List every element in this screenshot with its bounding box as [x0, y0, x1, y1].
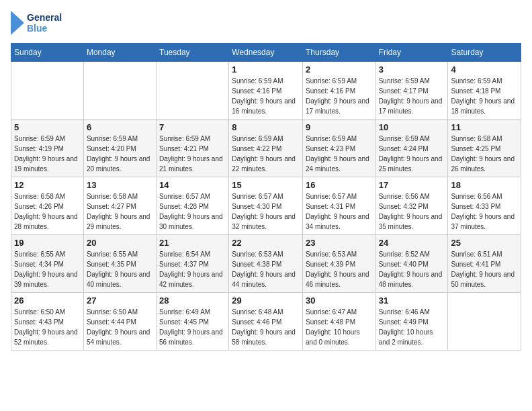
calendar-cell: 22Sunrise: 6:53 AMSunset: 4:38 PMDayligh… — [229, 235, 303, 293]
day-number: 4 — [451, 64, 518, 75]
day-number: 9 — [306, 122, 373, 132]
day-number: 16 — [306, 180, 373, 190]
calendar-cell: 1Sunrise: 6:59 AMSunset: 4:16 PMDaylight… — [229, 62, 303, 120]
logo-general: General — [27, 12, 62, 23]
calendar-cell: 19Sunrise: 6:55 AMSunset: 4:34 PMDayligh… — [11, 235, 84, 293]
day-number: 17 — [379, 180, 445, 190]
weekday-header-friday: Friday — [375, 44, 448, 62]
day-detail: Sunrise: 6:59 AMSunset: 4:19 PMDaylight:… — [14, 134, 81, 174]
calendar-cell: 9Sunrise: 6:59 AMSunset: 4:23 PMDaylight… — [303, 120, 376, 177]
day-detail: Sunrise: 6:49 AMSunset: 4:45 PMDaylight:… — [159, 307, 226, 347]
calendar-cell — [11, 62, 84, 120]
day-number: 27 — [87, 295, 153, 306]
calendar-week-row: 26Sunrise: 6:50 AMSunset: 4:43 PMDayligh… — [11, 293, 521, 351]
logo-blue: Blue — [27, 23, 62, 34]
day-number: 21 — [159, 238, 226, 248]
day-detail: Sunrise: 6:51 AMSunset: 4:41 PMDaylight:… — [451, 249, 518, 289]
day-detail: Sunrise: 6:57 AMSunset: 4:28 PMDaylight:… — [159, 191, 226, 232]
calendar-cell: 2Sunrise: 6:59 AMSunset: 4:16 PMDaylight… — [303, 62, 376, 120]
day-number: 20 — [87, 238, 153, 248]
day-number: 5 — [14, 122, 81, 132]
calendar-cell: 11Sunrise: 6:58 AMSunset: 4:25 PMDayligh… — [448, 120, 521, 177]
calendar-cell: 5Sunrise: 6:59 AMSunset: 4:19 PMDaylight… — [11, 120, 84, 177]
day-detail: Sunrise: 6:50 AMSunset: 4:43 PMDaylight:… — [14, 307, 81, 347]
day-detail: Sunrise: 6:54 AMSunset: 4:37 PMDaylight:… — [159, 249, 226, 289]
calendar-cell: 27Sunrise: 6:50 AMSunset: 4:44 PMDayligh… — [83, 293, 156, 351]
day-detail: Sunrise: 6:57 AMSunset: 4:30 PMDaylight:… — [232, 191, 300, 232]
calendar-week-row: 19Sunrise: 6:55 AMSunset: 4:34 PMDayligh… — [11, 235, 521, 293]
calendar-cell: 4Sunrise: 6:59 AMSunset: 4:18 PMDaylight… — [448, 62, 521, 120]
day-number: 30 — [306, 295, 373, 306]
day-number: 22 — [232, 238, 300, 248]
calendar-cell: 7Sunrise: 6:59 AMSunset: 4:21 PMDaylight… — [157, 120, 229, 177]
day-number: 10 — [379, 122, 445, 132]
day-number: 26 — [14, 295, 81, 306]
day-detail: Sunrise: 6:59 AMSunset: 4:16 PMDaylight:… — [232, 76, 300, 116]
day-detail: Sunrise: 6:59 AMSunset: 4:22 PMDaylight:… — [232, 134, 300, 174]
calendar-week-row: 1Sunrise: 6:59 AMSunset: 4:16 PMDaylight… — [11, 62, 521, 120]
day-number: 3 — [379, 64, 445, 75]
day-detail: Sunrise: 6:55 AMSunset: 4:35 PMDaylight:… — [87, 249, 153, 289]
day-detail: Sunrise: 6:46 AMSunset: 4:49 PMDaylight:… — [379, 307, 445, 347]
day-detail: Sunrise: 6:53 AMSunset: 4:38 PMDaylight:… — [232, 249, 300, 289]
day-detail: Sunrise: 6:59 AMSunset: 4:16 PMDaylight:… — [306, 76, 373, 116]
day-number: 15 — [232, 180, 300, 190]
svg-marker-0 — [11, 11, 24, 35]
weekday-header-wednesday: Wednesday — [229, 44, 303, 62]
calendar-cell: 10Sunrise: 6:59 AMSunset: 4:24 PMDayligh… — [375, 120, 448, 177]
day-detail: Sunrise: 6:59 AMSunset: 4:18 PMDaylight:… — [451, 76, 518, 116]
day-detail: Sunrise: 6:53 AMSunset: 4:39 PMDaylight:… — [306, 249, 373, 289]
calendar-cell: 21Sunrise: 6:54 AMSunset: 4:37 PMDayligh… — [157, 235, 229, 293]
calendar-cell: 29Sunrise: 6:48 AMSunset: 4:46 PMDayligh… — [229, 293, 303, 351]
day-number: 1 — [232, 64, 300, 75]
day-number: 11 — [451, 122, 518, 132]
weekday-header-thursday: Thursday — [303, 44, 376, 62]
calendar-cell: 24Sunrise: 6:52 AMSunset: 4:40 PMDayligh… — [375, 235, 448, 293]
day-detail: Sunrise: 6:55 AMSunset: 4:34 PMDaylight:… — [14, 249, 81, 289]
day-detail: Sunrise: 6:50 AMSunset: 4:44 PMDaylight:… — [87, 307, 153, 347]
day-number: 24 — [379, 238, 445, 248]
day-detail: Sunrise: 6:48 AMSunset: 4:46 PMDaylight:… — [232, 307, 300, 347]
calendar-cell: 23Sunrise: 6:53 AMSunset: 4:39 PMDayligh… — [303, 235, 376, 293]
calendar-cell: 15Sunrise: 6:57 AMSunset: 4:30 PMDayligh… — [229, 177, 303, 235]
calendar-cell: 28Sunrise: 6:49 AMSunset: 4:45 PMDayligh… — [157, 293, 229, 351]
calendar-cell: 3Sunrise: 6:59 AMSunset: 4:17 PMDaylight… — [375, 62, 448, 120]
calendar-week-row: 12Sunrise: 6:58 AMSunset: 4:26 PMDayligh… — [11, 177, 521, 235]
day-number: 31 — [379, 295, 445, 306]
day-number: 18 — [451, 180, 518, 190]
day-number: 6 — [87, 122, 153, 132]
day-number: 29 — [232, 295, 300, 306]
day-number: 25 — [451, 238, 518, 248]
day-detail: Sunrise: 6:59 AMSunset: 4:20 PMDaylight:… — [87, 134, 153, 174]
day-detail: Sunrise: 6:59 AMSunset: 4:21 PMDaylight:… — [159, 134, 226, 174]
day-detail: Sunrise: 6:59 AMSunset: 4:17 PMDaylight:… — [379, 76, 445, 116]
calendar-week-row: 5Sunrise: 6:59 AMSunset: 4:19 PMDaylight… — [11, 120, 521, 177]
weekday-header-tuesday: Tuesday — [157, 44, 229, 62]
day-detail: Sunrise: 6:59 AMSunset: 4:24 PMDaylight:… — [379, 134, 445, 174]
calendar-table: SundayMondayTuesdayWednesdayThursdayFrid… — [11, 43, 521, 351]
day-number: 19 — [14, 238, 81, 248]
day-number: 14 — [159, 180, 226, 190]
calendar-cell: 30Sunrise: 6:47 AMSunset: 4:48 PMDayligh… — [303, 293, 376, 351]
day-number: 28 — [159, 295, 226, 306]
day-number: 2 — [306, 64, 373, 75]
weekday-header-monday: Monday — [83, 44, 156, 62]
day-detail: Sunrise: 6:56 AMSunset: 4:33 PMDaylight:… — [451, 191, 518, 232]
calendar-cell: 20Sunrise: 6:55 AMSunset: 4:35 PMDayligh… — [83, 235, 156, 293]
day-number: 12 — [14, 180, 81, 190]
day-detail: Sunrise: 6:58 AMSunset: 4:27 PMDaylight:… — [87, 191, 153, 232]
calendar-cell: 12Sunrise: 6:58 AMSunset: 4:26 PMDayligh… — [11, 177, 84, 235]
calendar-cell: 17Sunrise: 6:56 AMSunset: 4:32 PMDayligh… — [375, 177, 448, 235]
day-detail: Sunrise: 6:59 AMSunset: 4:23 PMDaylight:… — [306, 134, 373, 174]
calendar-cell: 8Sunrise: 6:59 AMSunset: 4:22 PMDaylight… — [229, 120, 303, 177]
calendar-cell: 16Sunrise: 6:57 AMSunset: 4:31 PMDayligh… — [303, 177, 376, 235]
calendar-cell — [448, 293, 521, 351]
day-detail: Sunrise: 6:47 AMSunset: 4:48 PMDaylight:… — [306, 307, 373, 347]
weekday-header-row: SundayMondayTuesdayWednesdayThursdayFrid… — [11, 44, 521, 62]
day-number: 7 — [159, 122, 226, 132]
calendar-cell: 26Sunrise: 6:50 AMSunset: 4:43 PMDayligh… — [11, 293, 84, 351]
calendar-cell: 6Sunrise: 6:59 AMSunset: 4:20 PMDaylight… — [83, 120, 156, 177]
logo: General Blue — [11, 11, 62, 35]
calendar-cell — [83, 62, 156, 120]
logo-container: General Blue — [11, 11, 62, 35]
